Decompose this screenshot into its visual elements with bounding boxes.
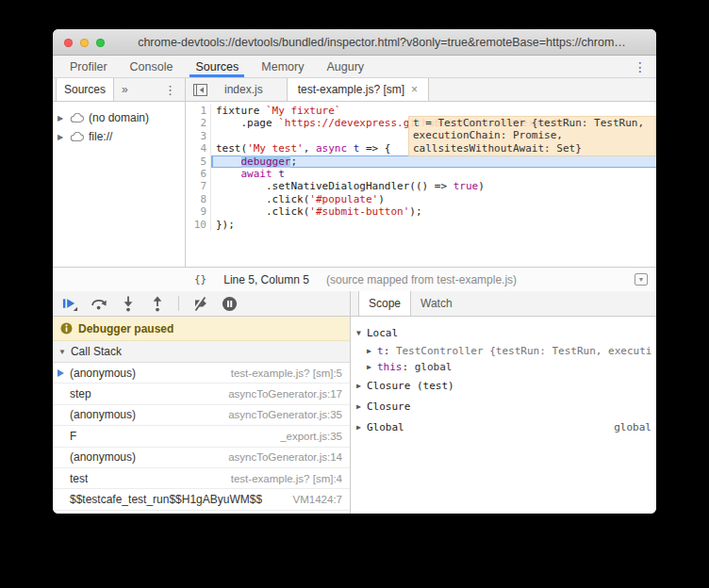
scope-section[interactable]: ▶Globalglobal bbox=[351, 416, 656, 437]
line-number[interactable]: 6 bbox=[186, 168, 211, 180]
code-line: 5 debugger; bbox=[186, 155, 656, 168]
main-tab-bar: ProfilerConsoleSourcesMemoryAugury ⋮ bbox=[53, 56, 656, 78]
frame-location: test-example.js? [sm]:5 bbox=[223, 368, 342, 379]
editor-tab-label: test-example.js? [sm] bbox=[298, 83, 404, 96]
call-stack-frame[interactable]: F_export.js:35 bbox=[53, 426, 350, 447]
scope-variable[interactable]: ▶this: global bbox=[351, 359, 656, 375]
pause-on-exceptions-button[interactable] bbox=[221, 295, 238, 312]
tree-item[interactable]: ▶file:// bbox=[53, 127, 185, 146]
call-stack-frame[interactable]: (anonymous)test-example.js? [sm]:5 bbox=[53, 363, 350, 384]
scope-section[interactable]: ▼Local bbox=[351, 322, 656, 343]
deactivate-breakpoints-button[interactable] bbox=[191, 295, 208, 312]
tooltip-line: executionChain: Promise, bbox=[413, 129, 651, 141]
keyword-token: debugger bbox=[241, 155, 291, 168]
titlebar: chrome-devtools://devtools/bundled/inspe… bbox=[53, 29, 656, 56]
scope-section[interactable]: ▶Closure (test) bbox=[351, 375, 656, 396]
keyword-token: await bbox=[241, 168, 272, 180]
toolbar-separator bbox=[178, 296, 179, 311]
call-stack-title: Call Stack bbox=[71, 345, 122, 358]
line-number[interactable]: 1 bbox=[186, 105, 211, 117]
editor-tab-indexjs[interactable]: index.js bbox=[214, 78, 273, 101]
line-number[interactable]: 5 bbox=[186, 155, 211, 168]
debugger-paused-banner: Debugger paused bbox=[53, 317, 350, 341]
line-number[interactable]: 7 bbox=[186, 180, 211, 192]
tooltip-line: t = TestController {testRun: TestRun, bbox=[413, 117, 651, 129]
scope-section-label: Closure (test) bbox=[367, 380, 454, 392]
step-into-button[interactable] bbox=[120, 295, 137, 312]
caret-right-icon: ▶ bbox=[356, 423, 367, 432]
call-stack-frame[interactable]: (anonymous)asyncToGenerator.js:35 bbox=[53, 405, 350, 426]
code-text[interactable]: }); bbox=[211, 219, 656, 231]
frame-name: $$testcafe_test_run$$H1gAByuWM$$ bbox=[70, 493, 262, 506]
variable-value: global bbox=[415, 361, 453, 373]
close-window-button[interactable] bbox=[64, 39, 73, 47]
minimize-window-button[interactable] bbox=[80, 39, 89, 47]
frame-name: (anonymous) bbox=[70, 408, 136, 421]
navigator-menu-button[interactable]: ⋮ bbox=[156, 78, 185, 101]
call-stack-header[interactable]: ▼ Call Stack bbox=[53, 341, 350, 363]
call-stack-frame[interactable]: stepasyncToGenerator.js:17 bbox=[53, 384, 350, 404]
line-number[interactable]: 8 bbox=[186, 193, 211, 205]
editor-tab-strip: index.js test-example.js? [sm] × bbox=[186, 78, 656, 102]
code-line: 9 .click('#submit-button'); bbox=[186, 205, 656, 218]
main-tab-profiler[interactable]: Profiler bbox=[58, 56, 119, 77]
line-number[interactable]: 3 bbox=[186, 130, 211, 142]
sources-panel: Sources » ⋮ ▶(no domain)▶file:// bbox=[53, 78, 656, 267]
resume-icon bbox=[61, 296, 78, 312]
code-text[interactable]: await t bbox=[211, 168, 656, 180]
deactivate-breakpoints-icon bbox=[192, 296, 208, 311]
caret-right-icon: ▶ bbox=[356, 382, 367, 390]
caret-right-icon: ▶ bbox=[58, 133, 66, 141]
main-menu-button[interactable]: ⋮ bbox=[624, 56, 656, 77]
toggle-navigator-button[interactable] bbox=[186, 78, 214, 101]
code-token: ); bbox=[409, 205, 421, 218]
string-token: 'My test' bbox=[247, 142, 304, 155]
tree-item-label: file:// bbox=[89, 130, 112, 143]
source-map-note: (source mapped from test-example.js) bbox=[326, 273, 517, 286]
resume-button[interactable] bbox=[61, 295, 78, 312]
main-tab-console[interactable]: Console bbox=[119, 56, 185, 77]
string-token: `My fixture` bbox=[266, 105, 340, 117]
code-text[interactable]: debugger; bbox=[211, 155, 656, 168]
scope-section[interactable]: ▶Closure bbox=[351, 396, 656, 416]
code-token: .click( bbox=[216, 193, 309, 205]
zoom-window-button[interactable] bbox=[96, 39, 105, 47]
code-text[interactable]: .click('#submit-button'); bbox=[211, 205, 656, 218]
code-text[interactable]: .click('#populate') bbox=[211, 193, 656, 205]
debugger-area: Debugger paused ▼ Call Stack (anonymous)… bbox=[53, 291, 656, 514]
line-number[interactable]: 4 bbox=[186, 142, 211, 155]
scope-section-label: Global bbox=[367, 421, 404, 433]
more-tabs-button[interactable]: » bbox=[114, 78, 136, 101]
code-token: test( bbox=[216, 142, 247, 155]
line-number[interactable]: 2 bbox=[186, 117, 211, 129]
code-text[interactable]: .setNativeDialogHandler(() => true) bbox=[211, 180, 656, 192]
code-line: 6 await t bbox=[186, 168, 656, 180]
frame-location: asyncToGenerator.js:35 bbox=[221, 409, 342, 420]
code-token: .setNativeDialogHandler(() => bbox=[216, 180, 453, 192]
close-tab-icon[interactable]: × bbox=[411, 83, 418, 96]
call-stack-list: (anonymous)test-example.js? [sm]:5stepas… bbox=[53, 363, 350, 514]
navigator-tab-sources[interactable]: Sources bbox=[56, 78, 114, 101]
code-token: ) bbox=[378, 193, 385, 205]
code-token: ; bbox=[290, 155, 297, 168]
code-token: => { bbox=[359, 142, 390, 155]
line-number[interactable]: 10 bbox=[186, 219, 211, 231]
editor-tab-test-example[interactable]: test-example.js? [sm] × bbox=[287, 78, 429, 101]
call-stack-frame[interactable]: $$testcafe_test_run$$H1gAByuWM$$VM1424:7 bbox=[53, 489, 350, 510]
main-tab-augury[interactable]: Augury bbox=[315, 56, 375, 77]
pretty-print-button[interactable]: {} bbox=[194, 273, 206, 286]
scope-variable[interactable]: ▶t: TestController {testRun: TestRun, ex… bbox=[351, 343, 656, 359]
call-stack-frame[interactable]: testtest-example.js? [sm]:4 bbox=[53, 468, 350, 489]
step-over-button[interactable] bbox=[91, 295, 107, 312]
line-number[interactable]: 9 bbox=[186, 205, 211, 218]
main-tab-sources[interactable]: Sources bbox=[184, 56, 250, 77]
tab-scope[interactable]: Scope bbox=[358, 291, 411, 316]
main-tab-memory[interactable]: Memory bbox=[250, 56, 315, 77]
call-stack-frame[interactable]: (anonymous)asyncToGenerator.js:14 bbox=[53, 448, 350, 468]
step-out-button[interactable] bbox=[149, 295, 166, 312]
code-editor: 1fixture `My fixture`2 .page `https://de… bbox=[186, 102, 656, 267]
caret-right-icon: ▶ bbox=[356, 402, 367, 411]
drawer-toggle-button[interactable]: ▼ bbox=[635, 273, 648, 286]
tab-watch[interactable]: Watch bbox=[411, 291, 462, 316]
tree-item[interactable]: ▶(no domain) bbox=[53, 108, 185, 127]
